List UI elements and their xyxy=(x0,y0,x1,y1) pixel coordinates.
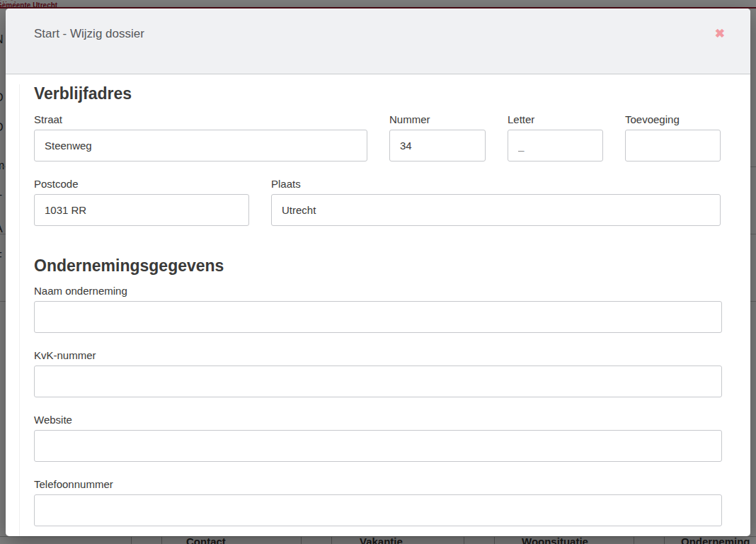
website-input[interactable] xyxy=(34,430,722,462)
telefoonnummer-label: Telefoonnummer xyxy=(34,478,722,491)
field-website: Website xyxy=(34,414,722,462)
dialog-title: Start - Wijzig dossier xyxy=(34,27,144,41)
straat-label: Straat xyxy=(34,113,367,126)
field-letter: Letter xyxy=(508,113,603,162)
nummer-label: Nummer xyxy=(389,113,486,126)
field-straat: Straat xyxy=(34,113,367,162)
field-plaats: Plaats xyxy=(271,178,721,226)
letter-label: Letter xyxy=(508,113,603,126)
kvk-nummer-input[interactable] xyxy=(34,366,722,397)
plaats-input[interactable] xyxy=(271,194,721,226)
screen: ,*,.'*; Gemeente Utrecht N D D m T A F C… xyxy=(0,0,756,544)
naam-onderneming-label: Naam onderneming xyxy=(34,285,722,298)
field-kvk-nummer: KvK-nummer xyxy=(34,349,722,397)
close-icon[interactable]: ✖ xyxy=(715,27,725,41)
field-nummer: Nummer xyxy=(389,113,486,162)
address-row-2: Postcode Plaats xyxy=(34,178,722,226)
nummer-input[interactable] xyxy=(389,130,486,162)
wijzig-dossier-dialog: Start - Wijzig dossier ✖ Verblijfadres S… xyxy=(6,8,750,536)
section-heading-ondernemingsgegevens: Ondernemingsgegevens xyxy=(34,256,722,276)
dialog-body: Verblijfadres Straat Nummer Letter Toevo… xyxy=(6,84,750,526)
kvk-nummer-label: KvK-nummer xyxy=(34,349,722,362)
naam-onderneming-input[interactable] xyxy=(34,301,722,333)
field-toevoeging: Toevoeging xyxy=(625,113,721,162)
dialog-header: Start - Wijzig dossier ✖ xyxy=(6,8,750,74)
section-heading-verblijfadres: Verblijfadres xyxy=(34,84,722,103)
inner-divider xyxy=(19,84,20,536)
postcode-label: Postcode xyxy=(34,178,249,191)
telefoonnummer-input[interactable] xyxy=(34,494,722,526)
website-label: Website xyxy=(34,414,722,426)
straat-input[interactable] xyxy=(34,130,367,162)
field-telefoonnummer: Telefoonnummer xyxy=(34,478,722,526)
toevoeging-label: Toevoeging xyxy=(625,113,721,126)
postcode-input[interactable] xyxy=(34,194,249,226)
field-postcode: Postcode xyxy=(34,178,249,226)
toevoeging-input[interactable] xyxy=(625,130,721,162)
letter-input[interactable] xyxy=(508,130,603,162)
field-naam-onderneming: Naam onderneming xyxy=(34,285,722,333)
address-row-1: Straat Nummer Letter Toevoeging xyxy=(34,113,722,162)
plaats-label: Plaats xyxy=(271,178,721,191)
